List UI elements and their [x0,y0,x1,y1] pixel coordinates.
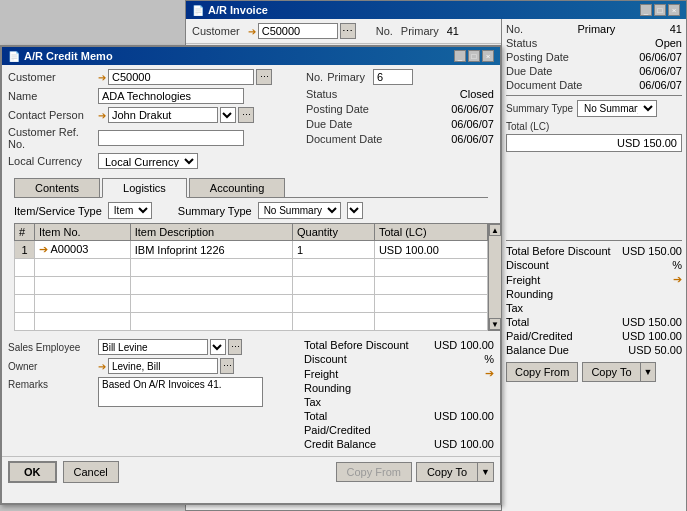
owner-input[interactable] [108,358,218,374]
ar-invoice-controls[interactable]: _ □ × [640,4,680,16]
summary-type-label: Summary Type [178,205,252,217]
right-divider-1 [506,95,682,96]
right-copy-to-btn[interactable]: Copy To [582,362,640,382]
cancel-button[interactable]: Cancel [63,461,119,483]
row-quantity: 1 [292,241,374,259]
ar-primary-label: Primary [401,25,439,37]
maximize-btn[interactable]: □ [654,4,666,16]
no-input[interactable] [373,69,413,85]
bot-freight-arrow: ➔ [485,367,494,380]
right-paid-value: USD 100.00 [622,330,682,342]
tabs-container: Contents Logistics Accounting [14,178,488,198]
tab-logistics[interactable]: Logistics [102,178,187,198]
scroll-down-btn[interactable]: ▼ [489,318,501,330]
sales-employee-row: Sales Employee ⋯ [8,339,298,355]
remarks-textarea[interactable]: Based On A/R Invoices 41. [98,377,263,407]
right-balance-label: Balance Due [506,344,569,356]
empty-row-3 [15,295,488,313]
name-row: Name [8,88,298,104]
footer-right-buttons: Copy From Copy To ▼ [336,462,494,482]
main-window-controls[interactable]: _ □ × [454,50,494,62]
bot-credit-balance-label: Credit Balance [304,438,376,450]
main-close-btn[interactable]: × [482,50,494,62]
sales-employee-label: Sales Employee [8,342,98,353]
owner-label: Owner [8,361,98,372]
ar-customer-input[interactable] [258,23,338,39]
right-doc-label: Document Date [506,79,582,91]
row-num: 1 [15,241,35,259]
bot-discount-label: Discount [304,353,347,365]
sales-employee-input[interactable] [98,339,208,355]
bot-freight-label: Freight [304,368,338,380]
ar-invoice-title: A/R Invoice [208,4,268,16]
summary-type-select[interactable]: No Summary [258,202,341,219]
main-title: A/R Credit Memo [24,50,113,62]
right-total-value: USD 150.00 [622,316,682,328]
tab-accounting[interactable]: Accounting [189,178,285,197]
customer-field: ➔ ⋯ [98,69,272,85]
customer-input[interactable] [108,69,254,85]
owner-row: Owner ➔ ⋯ [8,358,298,374]
table-scrollbar[interactable]: ▲ ▼ [488,223,502,331]
main-credit-memo-window: 📄 A/R Credit Memo _ □ × Customer ➔ ⋯ [0,45,502,505]
contact-input[interactable] [108,107,218,123]
item-service-type-label: Item/Service Type [14,205,102,217]
currency-select[interactable]: Local Currency [98,153,198,169]
posting-value: 06/06/07 [451,103,494,115]
due-value: 06/06/07 [451,118,494,130]
ar-customer-lookup[interactable]: ⋯ [340,23,356,39]
contact-dropdown[interactable] [220,107,236,123]
bot-tbd-label: Total Before Discount [304,339,409,351]
empty-row-1 [15,259,488,277]
owner-btn[interactable]: ⋯ [220,358,234,374]
bot-paid-label: Paid/Credited [304,424,371,436]
right-summary-type-select[interactable]: No Summary [577,100,657,117]
posting-label: Posting Date [306,103,369,115]
owner-arrow: ➔ [98,361,106,372]
ref-input[interactable] [98,130,244,146]
copy-to-dropdown-btn[interactable]: ▼ [478,462,494,482]
ar-invoice-titlebar: 📄 A/R Invoice _ □ × [186,1,686,19]
bot-tbd-value: USD 100.00 [434,339,494,351]
table-area: Item/Service Type Item Summary Type No S… [14,198,488,331]
right-doc-value: 06/06/07 [639,79,682,91]
right-summary-type-label: Summary Type [506,103,573,114]
ok-button[interactable]: OK [8,461,57,483]
sales-employee-dropdown[interactable] [210,339,226,355]
copy-from-button[interactable]: Copy From [336,462,412,482]
item-service-type-select[interactable]: Item [108,202,152,219]
summary-dropdown[interactable] [347,202,363,219]
row-item-no: ➔ A00003 [35,241,131,259]
main-minimize-btn[interactable]: _ [454,50,466,62]
main-maximize-btn[interactable]: □ [468,50,480,62]
scroll-up-btn[interactable]: ▲ [489,224,501,236]
close-btn[interactable]: × [668,4,680,16]
customer-lookup-btn[interactable]: ⋯ [256,69,272,85]
doc-date-label: Document Date [306,133,382,145]
right-copy-to-dropdown[interactable]: ▼ [641,362,657,382]
name-input[interactable] [98,88,244,104]
bot-credit-balance-value: USD 100.00 [434,438,494,450]
table-row[interactable]: 1 ➔ A00003 IBM Infoprint 1226 1 USD 100.… [15,241,488,259]
col-item-no: Item No. [35,224,131,241]
contact-btn[interactable]: ⋯ [238,107,254,123]
status-value: Closed [460,88,494,100]
right-totals-section: Total Before Discount USD 150.00 Discoun… [506,245,682,356]
right-status-label: Status [506,37,537,49]
right-copy-from-btn[interactable]: Copy From [506,362,578,382]
right-status-row: Status Open [506,37,682,49]
bot-rounding-label: Rounding [304,382,351,394]
sales-employee-btn[interactable]: ⋯ [228,339,242,355]
right-due-row: Due Date 06/06/07 [506,65,682,77]
ar-no-label: No. [376,25,393,37]
right-no-row: No. Primary 41 [506,23,682,35]
minimize-btn[interactable]: _ [640,4,652,16]
copy-to-group: Copy To ▼ [416,462,494,482]
primary-label: Primary [327,71,365,83]
tab-contents[interactable]: Contents [14,178,100,197]
right-total-lc-label: Total (LC) [506,121,682,132]
right-tbd-label: Total Before Discount [506,245,611,257]
col-num: # [15,224,35,241]
ar-customer-label: Customer [192,25,240,37]
copy-to-button[interactable]: Copy To [416,462,478,482]
